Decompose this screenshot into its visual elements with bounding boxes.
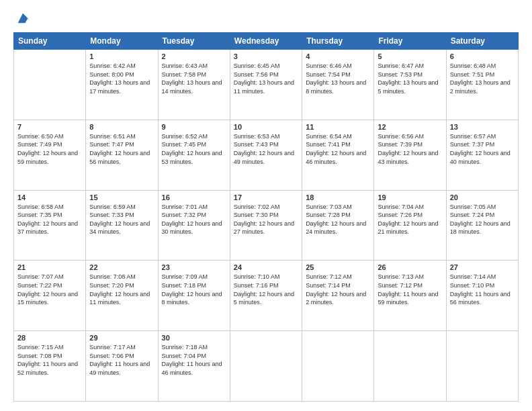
day-info: Sunrise: 6:56 AMSunset: 7:39 PMDaylight:…: [378, 132, 442, 166]
day-info: Sunrise: 6:54 AMSunset: 7:41 PMDaylight:…: [306, 132, 370, 166]
day-number: 5: [378, 52, 442, 60]
day-number: 23: [162, 263, 226, 271]
day-number: 4: [306, 52, 370, 60]
calendar-cell: 5Sunrise: 6:47 AMSunset: 7:53 PMDaylight…: [374, 50, 446, 120]
day-info: Sunrise: 6:47 AMSunset: 7:53 PMDaylight:…: [378, 62, 442, 95]
day-info: Sunrise: 6:52 AMSunset: 7:45 PMDaylight:…: [162, 132, 226, 166]
weekday-header-thursday: Thursday: [302, 33, 374, 50]
weekday-header-sunday: Sunday: [14, 33, 86, 50]
header: [13, 12, 519, 26]
weekday-header-monday: Monday: [86, 33, 158, 50]
calendar-cell: [374, 331, 446, 402]
day-number: 26: [378, 263, 442, 271]
calendar-cell: 2Sunrise: 6:43 AMSunset: 7:58 PMDaylight…: [158, 50, 230, 120]
day-number: 22: [89, 263, 154, 271]
day-info: Sunrise: 7:04 AMSunset: 7:26 PMDaylight:…: [378, 203, 442, 236]
calendar-cell: 1Sunrise: 6:42 AMSunset: 8:00 PMDaylight…: [86, 50, 158, 120]
calendar-cell: 26Sunrise: 7:13 AMSunset: 7:12 PMDayligh…: [374, 261, 446, 331]
day-info: Sunrise: 7:13 AMSunset: 7:12 PMDaylight:…: [378, 273, 442, 306]
day-number: 14: [17, 193, 82, 201]
calendar-cell: 15Sunrise: 6:59 AMSunset: 7:33 PMDayligh…: [86, 190, 158, 261]
weekday-header-friday: Friday: [374, 33, 446, 50]
day-number: 12: [378, 123, 442, 131]
calendar-cell: 14Sunrise: 6:58 AMSunset: 7:35 PMDayligh…: [14, 190, 86, 261]
day-info: Sunrise: 7:15 AMSunset: 7:08 PMDaylight:…: [17, 343, 82, 377]
day-number: 11: [306, 123, 370, 131]
calendar-cell: 7Sunrise: 6:50 AMSunset: 7:49 PMDaylight…: [14, 120, 86, 190]
day-number: 28: [17, 334, 82, 342]
logo: [13, 12, 30, 26]
weekday-header-row: SundayMondayTuesdayWednesdayThursdayFrid…: [14, 33, 519, 50]
week-row-3: 14Sunrise: 6:58 AMSunset: 7:35 PMDayligh…: [14, 190, 519, 261]
day-number: 19: [378, 193, 442, 201]
day-info: Sunrise: 7:09 AMSunset: 7:18 PMDaylight:…: [162, 273, 226, 306]
day-info: Sunrise: 6:59 AMSunset: 7:33 PMDaylight:…: [89, 203, 154, 236]
day-info: Sunrise: 7:03 AMSunset: 7:28 PMDaylight:…: [306, 203, 370, 236]
calendar-cell: 13Sunrise: 6:57 AMSunset: 7:37 PMDayligh…: [446, 120, 518, 190]
day-info: Sunrise: 6:58 AMSunset: 7:35 PMDaylight:…: [17, 203, 82, 236]
day-info: Sunrise: 7:07 AMSunset: 7:22 PMDaylight:…: [17, 273, 82, 306]
calendar-cell: 24Sunrise: 7:10 AMSunset: 7:16 PMDayligh…: [230, 261, 302, 331]
day-number: 29: [89, 334, 154, 342]
calendar-cell: 8Sunrise: 6:51 AMSunset: 7:47 PMDaylight…: [86, 120, 158, 190]
calendar-cell: 25Sunrise: 7:12 AMSunset: 7:14 PMDayligh…: [302, 261, 374, 331]
calendar-cell: 17Sunrise: 7:02 AMSunset: 7:30 PMDayligh…: [230, 190, 302, 261]
calendar-cell: 23Sunrise: 7:09 AMSunset: 7:18 PMDayligh…: [158, 261, 230, 331]
calendar-cell: 19Sunrise: 7:04 AMSunset: 7:26 PMDayligh…: [374, 190, 446, 261]
calendar-cell: 22Sunrise: 7:08 AMSunset: 7:20 PMDayligh…: [86, 261, 158, 331]
day-number: 16: [162, 193, 226, 201]
day-number: 18: [306, 193, 370, 201]
day-number: 15: [89, 193, 154, 201]
calendar-cell: 29Sunrise: 7:17 AMSunset: 7:06 PMDayligh…: [86, 331, 158, 402]
day-info: Sunrise: 7:18 AMSunset: 7:04 PMDaylight:…: [162, 343, 226, 377]
day-number: 6: [450, 52, 515, 60]
calendar-cell: [230, 331, 302, 402]
weekday-header-saturday: Saturday: [446, 33, 518, 50]
day-info: Sunrise: 7:14 AMSunset: 7:10 PMDaylight:…: [450, 273, 515, 306]
day-info: Sunrise: 6:57 AMSunset: 7:37 PMDaylight:…: [450, 132, 515, 166]
calendar-cell: 9Sunrise: 6:52 AMSunset: 7:45 PMDaylight…: [158, 120, 230, 190]
week-row-5: 28Sunrise: 7:15 AMSunset: 7:08 PMDayligh…: [14, 331, 519, 402]
calendar-cell: 12Sunrise: 6:56 AMSunset: 7:39 PMDayligh…: [374, 120, 446, 190]
calendar-cell: 10Sunrise: 6:53 AMSunset: 7:43 PMDayligh…: [230, 120, 302, 190]
calendar-cell: 21Sunrise: 7:07 AMSunset: 7:22 PMDayligh…: [14, 261, 86, 331]
calendar-cell: 18Sunrise: 7:03 AMSunset: 7:28 PMDayligh…: [302, 190, 374, 261]
day-number: 24: [234, 263, 298, 271]
day-number: 27: [450, 263, 515, 271]
svg-marker-0: [18, 13, 28, 24]
page: SundayMondayTuesdayWednesdayThursdayFrid…: [0, 0, 532, 411]
day-info: Sunrise: 6:50 AMSunset: 7:49 PMDaylight:…: [17, 132, 82, 166]
day-info: Sunrise: 6:51 AMSunset: 7:47 PMDaylight:…: [89, 132, 154, 166]
calendar-cell: 3Sunrise: 6:45 AMSunset: 7:56 PMDaylight…: [230, 50, 302, 120]
day-info: Sunrise: 7:02 AMSunset: 7:30 PMDaylight:…: [234, 203, 298, 236]
day-number: 30: [162, 334, 226, 342]
calendar-table: SundayMondayTuesdayWednesdayThursdayFrid…: [13, 32, 519, 402]
day-info: Sunrise: 6:53 AMSunset: 7:43 PMDaylight:…: [234, 132, 298, 166]
day-number: 10: [234, 123, 298, 131]
day-number: 21: [17, 263, 82, 271]
week-row-4: 21Sunrise: 7:07 AMSunset: 7:22 PMDayligh…: [14, 261, 519, 331]
day-info: Sunrise: 6:48 AMSunset: 7:51 PMDaylight:…: [450, 62, 515, 95]
calendar-cell: [302, 331, 374, 402]
day-number: 25: [306, 263, 370, 271]
day-number: 8: [89, 123, 154, 131]
day-info: Sunrise: 6:42 AMSunset: 8:00 PMDaylight:…: [89, 62, 154, 95]
day-info: Sunrise: 6:45 AMSunset: 7:56 PMDaylight:…: [234, 62, 298, 95]
calendar-cell: 27Sunrise: 7:14 AMSunset: 7:10 PMDayligh…: [446, 261, 518, 331]
week-row-2: 7Sunrise: 6:50 AMSunset: 7:49 PMDaylight…: [14, 120, 519, 190]
calendar-cell: 30Sunrise: 7:18 AMSunset: 7:04 PMDayligh…: [158, 331, 230, 402]
day-info: Sunrise: 7:08 AMSunset: 7:20 PMDaylight:…: [89, 273, 154, 306]
weekday-header-tuesday: Tuesday: [158, 33, 230, 50]
calendar-cell: 20Sunrise: 7:05 AMSunset: 7:24 PMDayligh…: [446, 190, 518, 261]
day-number: 1: [89, 52, 154, 60]
logo-icon: [15, 11, 30, 26]
calendar-cell: 28Sunrise: 7:15 AMSunset: 7:08 PMDayligh…: [14, 331, 86, 402]
calendar-cell: 6Sunrise: 6:48 AMSunset: 7:51 PMDaylight…: [446, 50, 518, 120]
day-info: Sunrise: 7:05 AMSunset: 7:24 PMDaylight:…: [450, 203, 515, 236]
day-number: 9: [162, 123, 226, 131]
day-info: Sunrise: 7:01 AMSunset: 7:32 PMDaylight:…: [162, 203, 226, 236]
day-info: Sunrise: 7:10 AMSunset: 7:16 PMDaylight:…: [234, 273, 298, 306]
day-info: Sunrise: 7:12 AMSunset: 7:14 PMDaylight:…: [306, 273, 370, 306]
calendar-cell: [14, 50, 86, 120]
day-number: 13: [450, 123, 515, 131]
